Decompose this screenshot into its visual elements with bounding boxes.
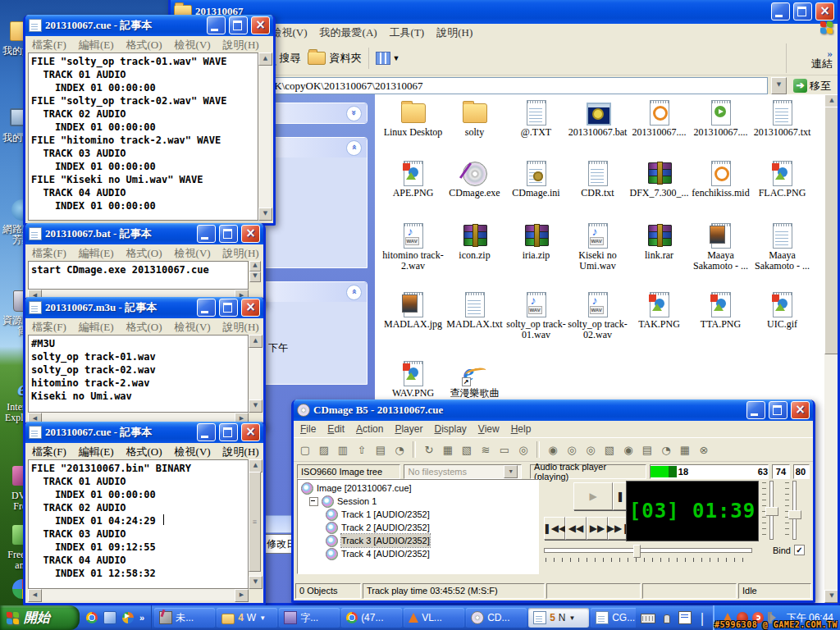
- minimize-button[interactable]: [746, 401, 765, 419]
- tree-session[interactable]: Session 1: [301, 495, 538, 508]
- notepad-text[interactable]: FILE "201310067.bin" BINARY TRACK 01 AUD…: [28, 459, 249, 589]
- show-desktop-icon[interactable]: [103, 611, 116, 624]
- toolbar-icon[interactable]: ▦: [677, 442, 693, 458]
- menu-item[interactable]: 檔案(F): [32, 445, 66, 459]
- file-item[interactable]: link.rar: [628, 221, 690, 290]
- collapse-box-icon[interactable]: [309, 497, 318, 506]
- menu-item[interactable]: 檢視(V): [175, 320, 211, 335]
- menu-item[interactable]: 檢視(V): [175, 445, 211, 459]
- notepad-text[interactable]: #M3U solty_op track-01.wav solty_op trac…: [28, 335, 249, 413]
- menu-item[interactable]: 工具(T): [390, 25, 425, 40]
- balance-slider[interactable]: [785, 481, 803, 540]
- minimize-button[interactable]: [197, 225, 216, 243]
- collapse-chevron-icon[interactable]: »: [346, 140, 362, 156]
- taskbar-button[interactable]: 字...: [279, 608, 340, 628]
- menu-item[interactable]: File: [300, 423, 316, 435]
- tree-track[interactable]: Track 3 [AUDIO/2352]: [301, 534, 538, 547]
- file-item[interactable]: CDmage.ini: [505, 158, 567, 221]
- menu-item[interactable]: Edit: [327, 423, 345, 435]
- notepad-titlebar[interactable]: 201310067.cue - 記事本: [25, 15, 273, 36]
- tree-root[interactable]: Image [201310067.cue]: [301, 482, 538, 495]
- menu-item[interactable]: 說明(H): [223, 445, 259, 459]
- play-button[interactable]: ▶: [573, 482, 613, 510]
- spinner[interactable]: ▲▼: [249, 261, 261, 281]
- menu-item[interactable]: 說明(H): [223, 320, 259, 335]
- toolbar-icon[interactable]: ▧: [459, 442, 475, 458]
- toolbar-icon[interactable]: ◉: [545, 442, 561, 458]
- menu-item[interactable]: 檔案(F): [32, 320, 66, 335]
- menu-item[interactable]: 說明(H): [436, 25, 472, 40]
- maximize-button[interactable]: [219, 225, 238, 243]
- menu-item[interactable]: 編輯(E): [79, 320, 114, 335]
- taskbar-button[interactable]: 4W▼: [217, 608, 277, 628]
- taskbar-button[interactable]: VL...: [404, 608, 464, 628]
- chevron-down-icon[interactable]: ▼: [568, 614, 575, 622]
- file-item[interactable]: CDR.txt: [567, 158, 628, 221]
- minimize-button[interactable]: [771, 2, 790, 21]
- rewind-button[interactable]: ◀◀: [565, 517, 587, 540]
- maximize-button[interactable]: [219, 423, 238, 441]
- file-item[interactable]: TTA.PNG: [690, 290, 751, 358]
- file-item[interactable]: WAVsolty_op track-02.wav: [567, 290, 628, 358]
- file-item[interactable]: iria.zip: [505, 221, 567, 290]
- menu-item[interactable]: View: [478, 423, 500, 435]
- links-bar[interactable]: » 連結: [793, 48, 833, 69]
- vertical-scrollbar[interactable]: ▲≡▼: [249, 459, 261, 589]
- toolbar-icon[interactable]: ◉: [620, 442, 637, 458]
- file-item[interactable]: 201310067....: [690, 98, 751, 158]
- toolbar-icon[interactable]: ↻: [421, 442, 437, 458]
- taskbar-button[interactable]: 未...: [154, 608, 215, 628]
- go-button[interactable]: ➔ 移至: [790, 77, 834, 94]
- close-button[interactable]: [241, 423, 260, 441]
- file-item[interactable]: APE.PNG: [382, 158, 444, 221]
- menu-item[interactable]: 我的最愛(A): [320, 25, 377, 40]
- toolbar-icon[interactable]: ≋: [477, 442, 494, 458]
- toolbar-icon[interactable]: ⇧: [354, 442, 370, 458]
- bind-checkbox[interactable]: ✓: [794, 545, 805, 555]
- file-item[interactable]: DFX_7.300_...: [628, 158, 690, 221]
- maximize-button[interactable]: [229, 16, 248, 34]
- toolbar-icon[interactable]: ▢: [297, 442, 313, 458]
- menu-item[interactable]: 檔案(F): [32, 246, 66, 261]
- expand-chevron-icon[interactable]: »: [346, 106, 362, 121]
- file-item[interactable]: @.TXT: [505, 98, 567, 158]
- menu-item[interactable]: 編輯(E): [79, 445, 114, 459]
- toolbar-icon[interactable]: ◎: [515, 442, 532, 458]
- chrome-icon[interactable]: [86, 612, 98, 623]
- start-button[interactable]: 開始: [0, 605, 80, 630]
- toolbar-icon[interactable]: ▦: [440, 442, 456, 458]
- menu-item[interactable]: 格式(O): [126, 246, 162, 261]
- menu-item[interactable]: 檢視(V): [272, 25, 308, 40]
- close-button[interactable]: [251, 16, 270, 34]
- menu-item[interactable]: 格式(O): [126, 38, 162, 52]
- notepad-text[interactable]: FILE "solty_op track-01.wav" WAVE TRACK …: [28, 52, 258, 221]
- file-item[interactable]: WAVKiseki no Umi.wav: [567, 221, 628, 290]
- microphone-icon[interactable]: [664, 614, 670, 623]
- menu-item[interactable]: 說明(H): [223, 38, 259, 52]
- menu-item[interactable]: 編輯(E): [79, 246, 114, 261]
- file-item[interactable]: solty: [444, 98, 505, 158]
- notepad-titlebar[interactable]: 201310067.bat - 記事本: [25, 223, 263, 244]
- close-button[interactable]: [791, 401, 810, 419]
- file-item[interactable]: icon.zip: [444, 221, 505, 290]
- file-item[interactable]: TAK.PNG: [628, 290, 690, 358]
- toolbar-icon[interactable]: ▭: [496, 442, 513, 458]
- file-item[interactable]: UIC.gif: [751, 290, 813, 358]
- toolbar-icon[interactable]: ◎: [564, 442, 580, 458]
- toolbar-icon[interactable]: ▨: [316, 442, 332, 458]
- address-dropdown[interactable]: ▼: [771, 77, 787, 94]
- taskbar-button[interactable]: CD...: [466, 608, 527, 628]
- notepad-titlebar[interactable]: 201310067.cue - 記事本: [25, 422, 263, 443]
- tree-track[interactable]: Track 4 [AUDIO/2352]: [301, 547, 538, 560]
- close-button[interactable]: [815, 2, 834, 21]
- track-progress-bar[interactable]: 18 63: [650, 464, 769, 479]
- writing-pad-icon[interactable]: [678, 611, 692, 624]
- prev-track-button[interactable]: ❚◀◀: [544, 517, 565, 540]
- file-item[interactable]: MADLAX.txt: [444, 290, 505, 358]
- maximize-button[interactable]: [793, 2, 812, 21]
- toolbar-icon[interactable]: ⊗: [696, 442, 712, 458]
- cdmage-titlebar[interactable]: CDmage B5 - 201310067.cue: [294, 399, 813, 421]
- toolbar-icon[interactable]: ▤: [639, 442, 655, 458]
- toolbar-icon[interactable]: ▤: [372, 442, 389, 458]
- toolbar-icon[interactable]: ◎: [582, 442, 599, 458]
